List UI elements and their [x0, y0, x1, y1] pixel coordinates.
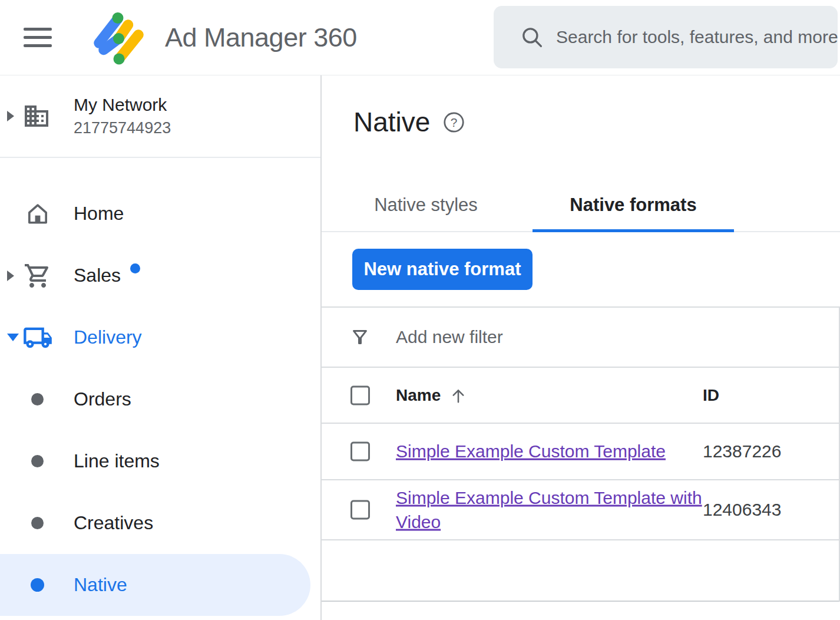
- sidebar-item-home[interactable]: Home: [0, 183, 320, 245]
- sidebar-item-label: Delivery: [74, 327, 142, 348]
- tab-native-styles[interactable]: Native styles: [325, 179, 527, 231]
- network-name: My Network: [74, 95, 171, 115]
- column-header-name[interactable]: Name: [396, 386, 468, 405]
- sort-ascending-arrow-icon: [449, 386, 468, 405]
- ad-manager-logo-icon[interactable]: [86, 8, 145, 67]
- app-title: Ad Manager 360: [165, 22, 357, 53]
- filter-funnel-icon: [349, 327, 371, 348]
- native-format-id: 12387226: [703, 441, 781, 461]
- sidebar-item-label: Home: [74, 203, 124, 225]
- network-selector[interactable]: My Network 21775744923: [0, 75, 320, 158]
- network-expander-icon[interactable]: [7, 111, 14, 121]
- sidebar-item-creatives[interactable]: Creatives: [0, 492, 320, 554]
- network-id: 21775744923: [74, 119, 171, 137]
- sidebar-item-label: Line items: [74, 450, 160, 472]
- row-checkbox[interactable]: [350, 500, 370, 520]
- sidebar-item-native[interactable]: Native: [0, 554, 310, 616]
- sidebar-item-delivery[interactable]: Delivery: [0, 306, 320, 368]
- top-app-bar: Ad Manager 360 Search for tools, feature…: [0, 0, 840, 75]
- ad-manager-window: Ad Manager 360 Search for tools, feature…: [0, 0, 840, 620]
- home-icon: [24, 200, 51, 227]
- sidebar-item-label: Sales: [74, 265, 121, 286]
- delivery-collapse-icon[interactable]: [7, 334, 19, 341]
- sidebar-nav: Home Sales: [0, 183, 320, 616]
- table-header-row: Name ID: [322, 368, 839, 424]
- row-checkbox[interactable]: [350, 442, 370, 461]
- svg-text:?: ?: [451, 115, 458, 128]
- table-row: Simple Example Custom Template with Vide…: [322, 480, 839, 540]
- filter-bar[interactable]: Add new filter: [322, 308, 839, 368]
- network-building-icon: [22, 102, 51, 130]
- new-native-format-button[interactable]: New native format: [352, 249, 533, 290]
- sales-expander-icon[interactable]: [7, 271, 14, 281]
- tab-native-formats[interactable]: Native formats: [533, 179, 734, 231]
- sales-notification-dot: [130, 263, 140, 273]
- help-icon[interactable]: ?: [443, 111, 465, 133]
- search-icon: [520, 25, 544, 50]
- delivery-truck-icon: [22, 322, 53, 353]
- column-header-id: ID: [703, 386, 719, 405]
- bullet-dot-icon: [31, 455, 44, 467]
- shopping-cart-icon: [24, 262, 52, 290]
- bullet-dot-icon: [31, 393, 44, 405]
- table-empty-row: [322, 540, 839, 602]
- sidebar: My Network 21775744923 Home: [0, 75, 322, 620]
- tab-bar: Native styles Native formats: [322, 179, 840, 232]
- hamburger-menu-icon[interactable]: [24, 22, 52, 52]
- sidebar-item-line-items[interactable]: Line items: [0, 430, 320, 492]
- native-format-link[interactable]: Simple Example Custom Template with Vide…: [396, 488, 702, 532]
- main-content: Native ? Native styles Native formats Ne…: [322, 75, 840, 620]
- native-format-link[interactable]: Simple Example Custom Template: [396, 441, 666, 461]
- sidebar-item-label: Native: [74, 574, 127, 596]
- sidebar-item-label: Orders: [74, 388, 131, 410]
- search-input[interactable]: Search for tools, features, and more: [494, 6, 838, 68]
- native-formats-table: Add new filter Name ID Simple Example Cu…: [322, 308, 840, 602]
- sidebar-item-label: Creatives: [74, 512, 153, 534]
- bullet-dot-icon: [31, 578, 44, 592]
- sidebar-item-sales[interactable]: Sales: [0, 245, 320, 306]
- sidebar-item-orders[interactable]: Orders: [0, 368, 320, 430]
- bullet-dot-icon: [31, 517, 44, 529]
- search-placeholder: Search for tools, features, and more: [556, 27, 838, 47]
- page-title: Native: [353, 106, 430, 138]
- add-new-filter-placeholder: Add new filter: [396, 327, 503, 347]
- select-all-checkbox[interactable]: [350, 385, 370, 405]
- native-format-id: 12406343: [703, 500, 781, 520]
- table-row: Simple Example Custom Template 12387226: [322, 424, 839, 480]
